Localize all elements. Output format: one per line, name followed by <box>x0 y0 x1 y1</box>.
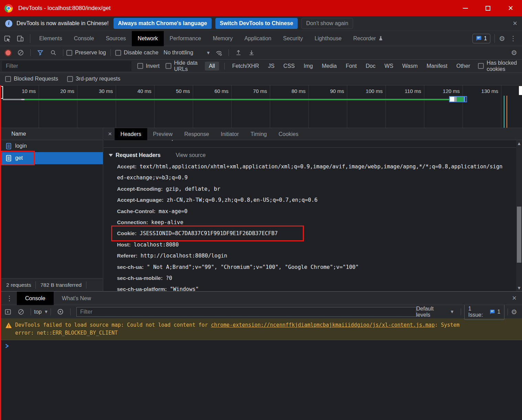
details-close-icon[interactable]: × <box>108 130 112 138</box>
filter-type-doc[interactable]: Doc <box>366 63 375 69</box>
tab-cookies[interactable]: Cookies <box>273 128 304 140</box>
console-filter-input[interactable] <box>76 307 416 317</box>
maximize-button[interactable] <box>477 0 499 16</box>
filter-type-manifest[interactable]: Manifest <box>427 63 447 69</box>
tick-label: 120 ms <box>428 88 460 94</box>
filter-funnel-icon[interactable] <box>36 49 44 56</box>
overview-right-grip[interactable] <box>519 86 522 95</box>
tab-lighthouse[interactable]: Lighthouse <box>309 31 347 46</box>
infobar-close-icon[interactable]: × <box>513 19 517 28</box>
throttling-select[interactable]: No throttling <box>163 50 193 56</box>
header-value: ?0 <box>166 275 172 281</box>
filter-type-font[interactable]: Font <box>346 63 357 69</box>
tab-initiator[interactable]: Initiator <box>215 128 245 140</box>
request-row-login[interactable]: login <box>0 140 103 152</box>
more-options-icon[interactable]: ⋮ <box>510 34 516 42</box>
blocked-requests-checkbox[interactable] <box>5 76 11 82</box>
drawer-tab-console[interactable]: Console <box>17 292 54 305</box>
clear-console-icon[interactable] <box>17 308 25 316</box>
preserve-log-label: Preserve log <box>75 50 106 56</box>
third-party-checkbox[interactable] <box>67 76 73 82</box>
match-language-button[interactable]: Always match Chrome's language <box>114 18 212 29</box>
tick-label: 10 ms <box>4 88 36 94</box>
header-name: sec-ch-ua-mobile: <box>117 275 163 281</box>
tab-application[interactable]: Application <box>238 31 277 46</box>
console-sidebar-icon[interactable] <box>4 308 12 316</box>
drawer-tab-whats-new[interactable]: What's New <box>54 292 99 305</box>
name-column-header[interactable]: Name <box>0 128 103 140</box>
tab-console[interactable]: Console <box>68 31 100 46</box>
drawer-menu-icon[interactable]: ⋮ <box>6 294 13 302</box>
request-name: get <box>15 155 23 161</box>
minimize-button[interactable] <box>454 0 477 16</box>
tab-network[interactable]: Network <box>132 31 164 46</box>
request-headers-list: Accept:text/html,application/xhtml+xml,a… <box>104 161 504 291</box>
tab-performance[interactable]: Performance <box>164 31 207 46</box>
filter-type-ws[interactable]: WS <box>384 63 393 69</box>
filter-type-js[interactable]: JS <box>268 63 275 69</box>
network-filter-input[interactable] <box>2 61 131 71</box>
filter-type-media[interactable]: Media <box>322 63 337 69</box>
settings-gear-icon[interactable]: ⚙ <box>499 34 505 43</box>
scroll-down-icon[interactable]: ▼ <box>516 286 522 290</box>
filter-type-all[interactable]: All <box>205 62 219 71</box>
request-headers-section[interactable]: Request Headers View source <box>104 148 516 161</box>
live-expression-eye-icon[interactable] <box>57 308 64 316</box>
device-toolbar-icon[interactable] <box>17 35 24 42</box>
search-icon[interactable] <box>50 49 57 56</box>
network-settings-gear-icon[interactable]: ⚙ <box>511 49 517 57</box>
notifications-button[interactable]: 1 <box>472 34 490 43</box>
tab-sources[interactable]: Sources <box>100 31 132 46</box>
record-button[interactable] <box>6 50 11 55</box>
switch-devtools-button[interactable]: Switch DevTools to Chinese <box>215 18 298 29</box>
infobar-message: DevTools is now available in Chinese! <box>17 20 109 27</box>
network-conditions-icon[interactable] <box>215 49 223 56</box>
tick-label: 70 ms <box>235 88 267 94</box>
request-row-get[interactable]: get <box>0 152 103 164</box>
dont-show-again-button[interactable]: Don't show again <box>301 18 353 29</box>
language-infobar: i DevTools is now available in Chinese! … <box>0 16 522 31</box>
log-levels-select[interactable]: Default levels <box>416 306 449 318</box>
tab-security[interactable]: Security <box>277 31 309 46</box>
filter-type-img[interactable]: Img <box>303 63 313 69</box>
annotation-left-line <box>0 85 1 420</box>
export-har-icon[interactable] <box>248 49 255 56</box>
tab-preview[interactable]: Preview <box>147 128 179 140</box>
view-source-link[interactable]: View source <box>176 152 206 158</box>
header-value: gzip, deflate, br <box>166 186 221 192</box>
console-prompt[interactable] <box>0 340 522 348</box>
scroll-up-icon[interactable]: ▲ <box>516 141 522 145</box>
minimize-icon <box>463 8 468 9</box>
has-blocked-cookies-checkbox[interactable] <box>478 63 484 69</box>
invert-checkbox[interactable] <box>137 63 143 69</box>
tab-recorder[interactable]: Recorder <box>348 31 390 46</box>
inspect-element-icon[interactable] <box>3 35 11 42</box>
tab-memory[interactable]: Memory <box>207 31 238 46</box>
preserve-log-checkbox[interactable] <box>66 50 72 56</box>
tick-label: 110 ms <box>390 88 421 94</box>
notification-count: 1 <box>484 35 487 42</box>
source-map-link[interactable]: chrome-extension://ncennffkjdiamlpmcbajk… <box>211 322 435 328</box>
disable-cache-label: Disable cache <box>124 50 159 56</box>
hide-data-urls-checkbox[interactable] <box>166 63 171 69</box>
tab-timing[interactable]: Timing <box>245 128 273 140</box>
filter-type-fetch-xhr[interactable]: Fetch/XHR <box>232 63 259 69</box>
disable-cache-checkbox[interactable] <box>115 50 121 56</box>
transferred-size: 782 B transferred <box>40 282 82 288</box>
import-har-icon[interactable] <box>235 49 242 56</box>
tab-elements[interactable]: Elements <box>33 31 68 46</box>
context-selector[interactable]: top <box>34 309 42 315</box>
filter-type-css[interactable]: CSS <box>284 63 295 69</box>
issues-button[interactable]: 1 Issue: 1 <box>464 304 504 320</box>
drawer-close-icon[interactable]: × <box>512 294 516 303</box>
tab-response[interactable]: Response <box>179 128 215 140</box>
filter-type-other[interactable]: Other <box>456 63 470 69</box>
clear-icon[interactable] <box>17 49 24 56</box>
details-scrollbar[interactable]: ▲ ▼ <box>516 140 522 291</box>
clipped-header-row: X-XSS-Protection:1; mode=block <box>104 140 516 145</box>
filter-type-wasm[interactable]: Wasm <box>402 63 418 69</box>
scrollbar-thumb[interactable] <box>517 207 521 263</box>
console-settings-gear-icon[interactable]: ⚙ <box>511 308 517 316</box>
close-button[interactable]: × <box>499 0 522 16</box>
tab-headers[interactable]: Headers <box>115 128 147 140</box>
